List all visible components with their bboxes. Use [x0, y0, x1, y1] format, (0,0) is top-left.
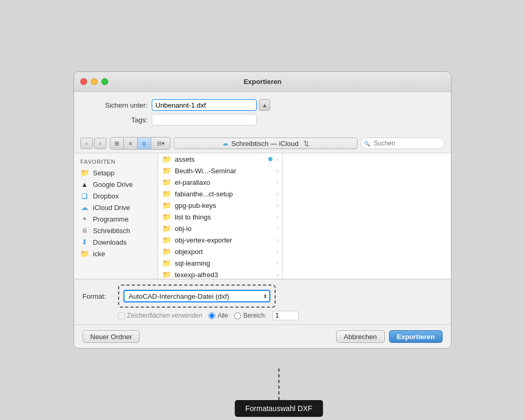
checkbox-text: Zeichenflächen verwenden	[127, 312, 202, 319]
sidebar-item-label: Schreibtisch	[93, 227, 130, 235]
minimize-button[interactable]	[91, 78, 98, 85]
file-name: fabianthe...ct-setup	[175, 190, 275, 198]
sidebar-item-programme[interactable]: ✦ Programme	[74, 213, 158, 225]
sidebar-item-icloud-drive[interactable]: ☁ iCloud Drive	[74, 202, 158, 213]
radio-alle[interactable]	[208, 312, 215, 319]
folder-icon: 📁	[162, 178, 172, 186]
right-panel	[283, 153, 451, 279]
format-row: Format: AutoCAD-Interchange-Datei (dxf) …	[82, 285, 443, 308]
filename-input[interactable]	[152, 99, 257, 111]
file-list: 📁 assets › 📁 Beuth-Wi...-Seminar › 📁 el-…	[158, 153, 283, 279]
sidebar-item-label: Google Drive	[93, 181, 133, 188]
dot-indicator	[268, 157, 272, 161]
location-dropdown[interactable]: ☁ Schreibtisch — iCloud ⇅	[174, 138, 358, 149]
folder-icon: 📁	[162, 155, 172, 163]
search-wrapper	[361, 138, 445, 149]
folder-icon-icke: 📁	[80, 249, 89, 258]
tags-input[interactable]	[152, 114, 257, 125]
cancel-button[interactable]: Abbrechen	[336, 330, 385, 343]
content-area: Favoriten 📁 Setapp ▲ Google Drive ❑ Drop…	[74, 153, 451, 279]
maximize-button[interactable]	[101, 78, 108, 85]
action-buttons: Abbrechen Exportieren	[336, 330, 443, 343]
list-view-button[interactable]: ≡	[124, 138, 138, 149]
desktop-background: Exportieren Sichern unter: ▲ Tags:	[0, 0, 525, 420]
radio-alle-label: Alle	[208, 312, 228, 319]
sidebar-item-dropbox[interactable]: ❑ Dropbox	[74, 190, 158, 202]
filename-row: Sichern unter: ▲	[85, 99, 440, 111]
file-item-objexport[interactable]: 📁 objexport ›	[158, 246, 282, 257]
back-icon: ‹	[86, 140, 88, 146]
forward-button[interactable]: ›	[94, 138, 107, 149]
file-item-sql[interactable]: 📁 sql-learning ›	[158, 257, 282, 269]
chevron-right-icon: ›	[277, 180, 278, 185]
toolbar: ‹ › ⊞ ≡ ⫼ ⊟	[74, 134, 451, 153]
folder-icon: 📁	[162, 166, 172, 175]
folder-icon: 📁	[162, 224, 172, 233]
annotation-container: Formatauswahl DXF	[256, 369, 323, 417]
folder-icon: 📁	[162, 190, 172, 198]
file-item-gpg[interactable]: 📁 gpg-pub-keys ›	[158, 200, 282, 211]
chevron-right-icon: ›	[277, 203, 278, 208]
chevron-right-icon: ›	[277, 249, 278, 255]
chevron-up-icon: ▲	[262, 102, 267, 108]
chevron-right-icon: ›	[277, 156, 278, 162]
column-view-button[interactable]: ⫼	[138, 138, 151, 149]
chevron-right-icon: ›	[277, 272, 278, 278]
new-folder-button[interactable]: Neuer Ordner	[82, 330, 140, 343]
radio-bereich[interactable]	[234, 312, 241, 319]
desktop-icon: 🖥	[80, 226, 89, 235]
annotation-box: Formatauswahl DXF	[235, 400, 323, 417]
downloads-icon: ⬇	[80, 238, 89, 246]
annotation: Formatauswahl DXF	[256, 369, 323, 417]
range-input[interactable]	[272, 311, 299, 320]
tags-label: Tags:	[85, 116, 148, 124]
options-row: Zeichenflächen verwenden Alle Bereich:	[82, 311, 443, 320]
save-label: Sichern unter:	[85, 101, 148, 109]
folder-icon: 📁	[162, 213, 172, 221]
chevron-right-icon: ›	[277, 168, 278, 174]
checkbox-label: Zeichenflächen verwenden	[118, 312, 202, 319]
format-select-wrapper: AutoCAD-Interchange-Datei (dxf) PDF PNG …	[123, 290, 270, 302]
file-item-beuth[interactable]: 📁 Beuth-Wi...-Seminar ›	[158, 165, 282, 176]
sidebar: Favoriten 📁 Setapp ▲ Google Drive ❑ Drop…	[74, 153, 158, 279]
chevron-right-icon: ›	[277, 237, 278, 243]
file-item-obj-io[interactable]: 📁 obj-io ›	[158, 223, 282, 234]
format-select[interactable]: AutoCAD-Interchange-Datei (dxf) PDF PNG …	[123, 290, 270, 302]
format-section: Format: AutoCAD-Interchange-Datei (dxf) …	[74, 279, 451, 325]
chevron-right-icon: ›	[277, 191, 278, 197]
export-button[interactable]: Exportieren	[389, 330, 443, 343]
sidebar-item-setapp[interactable]: 📁 Setapp	[74, 167, 158, 178]
file-name: sql-learning	[175, 259, 275, 267]
gdrive-icon: ▲	[80, 180, 89, 188]
expand-button[interactable]: ▲	[259, 99, 270, 111]
sidebar-item-schreibtisch[interactable]: 🖥 Schreibtisch	[74, 225, 158, 236]
back-button[interactable]: ‹	[80, 138, 93, 149]
file-item-texexp[interactable]: 📁 texexp-alfred3 ›	[158, 269, 282, 279]
search-input[interactable]	[361, 138, 445, 149]
nav-buttons: ‹ ›	[80, 138, 107, 149]
file-item-el-parallaxo[interactable]: 📁 el-parallaxo ›	[158, 176, 282, 188]
sidebar-item-google-drive[interactable]: ▲ Google Drive	[74, 178, 158, 190]
dropbox-icon: ❑	[80, 192, 89, 200]
sidebar-item-icke[interactable]: 📁 icke	[74, 248, 158, 259]
close-button[interactable]	[80, 78, 87, 85]
file-name: obj-vertex-exporter	[175, 236, 275, 244]
folder-icon: 📁	[162, 247, 172, 256]
file-name: el-parallaxo	[175, 178, 275, 186]
apps-icon: ✦	[80, 215, 89, 223]
radio-bereich-label: Bereich:	[234, 312, 266, 319]
sidebar-item-label: Downloads	[93, 238, 127, 246]
file-item-list-to-things[interactable]: 📁 list to things ›	[158, 211, 282, 223]
icon-view-button[interactable]: ⊞	[110, 138, 124, 149]
grid-icon: ⊞	[114, 140, 119, 147]
columns-icon: ⫼	[141, 140, 147, 146]
sidebar-item-downloads[interactable]: ⬇ Downloads	[74, 236, 158, 248]
file-name: gpg-pub-keys	[175, 202, 275, 209]
file-item-assets[interactable]: 📁 assets ›	[158, 153, 282, 165]
radio-alle-text: Alle	[217, 312, 228, 319]
file-item-obj-vertex[interactable]: 📁 obj-vertex-exporter ›	[158, 234, 282, 246]
folder-icon: 📁	[80, 169, 89, 177]
gallery-view-button[interactable]: ⊟▾	[151, 138, 170, 149]
file-item-fabianthe[interactable]: 📁 fabianthe...ct-setup ›	[158, 188, 282, 200]
zeichenflaechen-checkbox[interactable]	[118, 312, 125, 319]
